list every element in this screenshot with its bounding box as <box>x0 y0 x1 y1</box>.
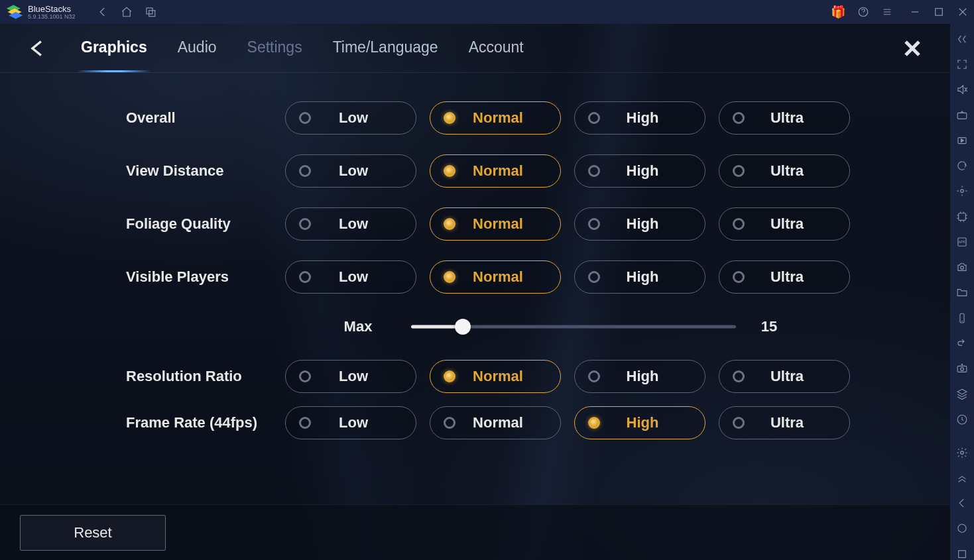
svg-rect-4 <box>957 113 967 119</box>
row-overall: OverallLowNormalHighUltra <box>33 91 917 144</box>
row-visible_players: Visible PlayersLowNormalHighUltra <box>33 251 917 304</box>
gift-icon[interactable]: 🎁 <box>831 5 845 19</box>
close-button[interactable] <box>901 37 924 60</box>
option-label: Low <box>291 414 416 431</box>
tab-graphics[interactable]: Graphics <box>81 38 147 59</box>
option-frame_rate-ultra[interactable]: Ultra <box>719 406 850 439</box>
row-label: Resolution Ratio <box>33 368 285 385</box>
option-label: Normal <box>436 109 560 127</box>
clock-icon[interactable] <box>955 414 969 425</box>
help-icon[interactable] <box>857 6 869 18</box>
row-label: Visible Players <box>33 268 285 286</box>
screenshot-icon[interactable] <box>955 261 969 273</box>
row-foliage_quality: Foliage QualityLowNormalHighUltra <box>33 197 917 251</box>
option-visible_players-high[interactable]: High <box>574 260 705 294</box>
menu-icon[interactable] <box>881 6 893 18</box>
collapse-icon[interactable] <box>955 33 969 45</box>
gear-icon[interactable] <box>955 447 969 459</box>
tab-settings[interactable]: Settings <box>247 38 302 59</box>
back-icon[interactable] <box>97 6 109 18</box>
titlebar: BlueStacks 5.9.135.1001 N32 🎁 <box>0 0 974 24</box>
volume-icon[interactable] <box>955 84 969 95</box>
option-label: Ultra <box>725 215 849 233</box>
back-button[interactable] <box>27 38 48 59</box>
tab-account[interactable]: Account <box>469 38 524 59</box>
memory-icon[interactable] <box>955 211 969 223</box>
close-window-icon[interactable] <box>957 6 969 18</box>
option-overall-ultra[interactable]: Ultra <box>719 101 850 135</box>
option-label: High <box>580 109 705 127</box>
svg-point-16 <box>961 451 964 455</box>
option-foliage_quality-high[interactable]: High <box>574 207 705 241</box>
option-view_distance-normal[interactable]: Normal <box>430 154 561 188</box>
option-foliage_quality-normal[interactable]: Normal <box>430 207 561 241</box>
title-text: BlueStacks 5.9.135.1001 N32 <box>28 5 76 20</box>
nav-home-icon[interactable] <box>955 522 969 534</box>
svg-point-17 <box>958 524 966 532</box>
option-label: High <box>580 215 705 233</box>
option-view_distance-high[interactable]: High <box>574 154 705 188</box>
option-resolution_ratio-high[interactable]: High <box>574 360 705 393</box>
option-foliage_quality-low[interactable]: Low <box>285 207 416 241</box>
option-view_distance-low[interactable]: Low <box>285 154 416 188</box>
option-frame_rate-low[interactable]: Low <box>285 406 416 439</box>
option-foliage_quality-ultra[interactable]: Ultra <box>719 207 850 241</box>
svg-rect-12 <box>957 366 967 372</box>
expand-up-icon[interactable] <box>955 472 969 484</box>
device-icon[interactable] <box>955 312 969 324</box>
option-label: Ultra <box>725 268 849 286</box>
option-visible_players-ultra[interactable]: Ultra <box>719 260 850 294</box>
sync-icon[interactable] <box>955 160 969 172</box>
fullscreen-icon[interactable] <box>955 58 969 70</box>
keymap-icon[interactable] <box>955 109 969 121</box>
row-label: Frame Rate (44fps) <box>33 414 285 431</box>
media-icon[interactable] <box>955 135 969 146</box>
rotate-icon[interactable] <box>955 337 969 349</box>
camera-icon[interactable] <box>955 363 969 374</box>
option-visible_players-low[interactable]: Low <box>285 260 416 294</box>
option-visible_players-normal[interactable]: Normal <box>430 260 561 294</box>
svg-point-13 <box>961 368 964 371</box>
nav-recent-icon[interactable] <box>955 548 969 560</box>
location-icon[interactable] <box>955 185 969 197</box>
option-label: Ultra <box>725 162 849 180</box>
option-label: Low <box>291 215 416 233</box>
folder-icon[interactable] <box>955 286 969 298</box>
minimize-icon[interactable] <box>909 6 921 18</box>
apk-icon[interactable]: APK <box>955 236 969 248</box>
option-frame_rate-high[interactable]: High <box>574 406 705 439</box>
right-sidebar: APK <box>950 24 974 560</box>
svg-rect-7 <box>959 213 966 220</box>
option-label: Ultra <box>725 109 849 127</box>
maximize-icon[interactable] <box>933 6 945 18</box>
bluestacks-logo <box>5 3 24 21</box>
home-icon[interactable] <box>121 6 133 18</box>
svg-rect-3 <box>936 9 943 16</box>
option-overall-normal[interactable]: Normal <box>430 101 561 135</box>
row-label: Overall <box>33 109 285 127</box>
option-frame_rate-normal[interactable]: Normal <box>430 406 561 439</box>
tab-time-language[interactable]: Time/Language <box>333 38 438 59</box>
option-label: Low <box>291 368 416 385</box>
tab-audio[interactable]: Audio <box>178 38 217 59</box>
copy-icon[interactable] <box>145 6 156 18</box>
svg-point-10 <box>961 266 964 270</box>
slider-thumb[interactable] <box>455 319 471 335</box>
svg-point-14 <box>961 364 963 365</box>
reset-button[interactable]: Reset <box>20 515 166 551</box>
slider-value: 15 <box>749 318 789 335</box>
tabs-header: GraphicsAudioSettingsTime/LanguageAccoun… <box>0 24 950 73</box>
option-overall-low[interactable]: Low <box>285 101 416 135</box>
option-label: Normal <box>436 268 560 286</box>
app-name: BlueStacks <box>28 5 76 13</box>
option-resolution_ratio-low[interactable]: Low <box>285 360 416 393</box>
max-slider[interactable] <box>411 325 736 329</box>
option-label: Normal <box>436 162 560 180</box>
layers-icon[interactable] <box>955 388 969 400</box>
nav-back-icon[interactable] <box>955 497 969 509</box>
settings-panel: GraphicsAudioSettingsTime/LanguageAccoun… <box>0 24 950 560</box>
option-resolution_ratio-normal[interactable]: Normal <box>430 360 561 393</box>
option-view_distance-ultra[interactable]: Ultra <box>719 154 850 188</box>
option-resolution_ratio-ultra[interactable]: Ultra <box>719 360 850 393</box>
option-overall-high[interactable]: High <box>574 101 705 135</box>
